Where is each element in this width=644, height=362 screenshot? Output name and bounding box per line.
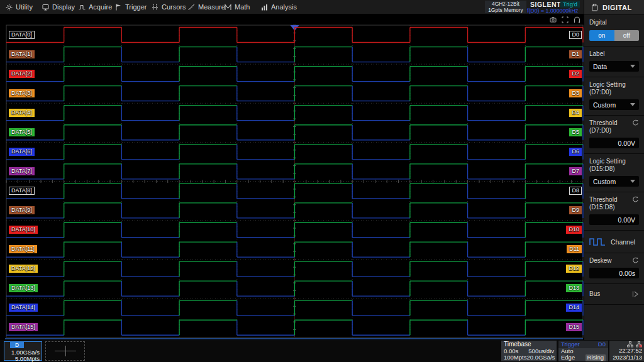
menu-measure[interactable]: Measure — [182, 0, 219, 14]
channel-label-left-D0[interactable]: DATA[0] — [9, 31, 35, 39]
fullscreen-icon[interactable] — [562, 16, 569, 23]
threshold-d15d8-field[interactable]: 0.00V — [589, 214, 639, 225]
menu-bar: Utility Display Acquire Trigger Cursors … — [0, 0, 584, 14]
timebase-descriptor[interactable]: Timebase 0.00s500us/div 100Mpts20.0GSa/s — [501, 341, 557, 361]
digital-label: Digital — [589, 19, 639, 26]
add-channel-button[interactable] — [45, 341, 85, 361]
section-label: Label Data — [584, 47, 644, 77]
d-channel-tab[interactable]: D — [10, 342, 24, 348]
toggle-off[interactable]: off — [614, 30, 640, 41]
deskew-field[interactable]: 0.00s — [589, 268, 639, 278]
logic-d7d0-dropdown[interactable]: Custom — [589, 99, 639, 110]
threshold-d7d0-field[interactable]: 0.00V — [589, 138, 639, 148]
channel-label-right-D7[interactable]: D7 — [569, 167, 582, 175]
analysis-icon — [261, 4, 268, 11]
display-icon — [42, 4, 49, 11]
trace-D0 — [6, 28, 583, 43]
channel-label-right-D14[interactable]: D14 — [566, 304, 582, 312]
digital-on-off-toggle: on off — [589, 30, 639, 41]
channel-label-right-D3[interactable]: D3 — [569, 89, 582, 97]
menu-label: Trigger — [125, 3, 147, 11]
channel-label-left-D2[interactable]: DATA[2] — [9, 70, 35, 78]
gear-icon — [6, 4, 13, 11]
logic-d15d8-dropdown[interactable]: Custom — [589, 176, 639, 187]
channel-label-left-D14[interactable]: DATA[14] — [9, 304, 38, 312]
logic-d15d8-value: Custom — [593, 178, 616, 185]
camera-icon[interactable] — [550, 16, 557, 23]
section-bus[interactable]: Bus — [584, 284, 644, 305]
channel-label-left-D13[interactable]: DATA[13] — [9, 284, 38, 292]
channel-label-right-D4[interactable]: D4 — [569, 109, 582, 117]
timebase-rate: 20.0GSa/s — [526, 354, 555, 361]
digital-channel-descriptor[interactable]: D 1.00GSa/s 5.00Mpts — [4, 341, 42, 361]
history-icon[interactable] — [574, 16, 580, 23]
trace-D13 — [6, 281, 583, 296]
menu-cursors[interactable]: Cursors — [146, 0, 182, 14]
channel-label-left-D9[interactable]: DATA[9] — [9, 206, 35, 214]
menu-display[interactable]: Display — [36, 0, 73, 14]
channel-label-left-D6[interactable]: DATA[6] — [9, 148, 35, 156]
trigger-type: Edge — [561, 354, 575, 361]
trigger-source: D0 — [598, 341, 606, 348]
channel-label-right-D13[interactable]: D13 — [566, 284, 582, 292]
channel-label-right-D0[interactable]: D0 — [569, 31, 582, 39]
channel-label-right-D11[interactable]: D11 — [567, 245, 582, 253]
channel-label-right-D15[interactable]: D15 — [566, 323, 582, 331]
chevron-down-icon — [630, 65, 635, 68]
channel-label-right-D10[interactable]: D10 — [566, 226, 582, 234]
channel-label-left-D7[interactable]: DATA[7] — [9, 167, 35, 175]
digital-pulse-icon — [589, 237, 606, 246]
measure-ruler-icon — [188, 4, 195, 11]
refresh-icon[interactable] — [632, 196, 639, 203]
menu-label: Display — [52, 3, 75, 11]
channel-label-left-D8[interactable]: DATA[8] — [9, 187, 35, 195]
channel-label-left-D4[interactable]: DATA[4] — [9, 109, 35, 117]
channel-label-right-D6[interactable]: D6 — [569, 148, 582, 156]
clock-time: 22:27:52 — [611, 348, 642, 354]
channel-label-left-D12[interactable]: DATA[12] — [9, 265, 38, 273]
plus-icon — [65, 346, 66, 356]
channel-label-right-D8[interactable]: D8 — [569, 187, 582, 195]
status-bar: D 1.00GSa/s 5.00Mpts Timebase 0.00s500us… — [0, 340, 644, 362]
trace-D7 — [6, 164, 583, 179]
trace-D3 — [6, 86, 583, 101]
channel-label-left-D10[interactable]: DATA[10] — [9, 226, 38, 234]
trigger-title: Trigger — [561, 341, 580, 348]
channel-label-right-D12[interactable]: D12 — [566, 265, 582, 273]
logic-d15d8-caption: Logic Setting (D15:D8) — [589, 158, 639, 173]
channel-label-left-D5[interactable]: DATA[5] — [9, 128, 35, 136]
panel-title: DIGITAL — [602, 4, 632, 11]
channel-caption: Channel — [611, 238, 635, 246]
trace-D8 — [6, 184, 583, 199]
channel-label-right-D1[interactable]: D1 — [569, 50, 582, 58]
menu-label: Analysis — [271, 3, 297, 11]
menu-math[interactable]: Math — [219, 0, 255, 14]
refresh-icon[interactable] — [632, 119, 639, 126]
toggle-on[interactable]: on — [589, 30, 614, 41]
logic-d7d0-value: Custom — [593, 101, 616, 109]
waveform-svg — [0, 14, 584, 340]
trigger-slope: Rising — [586, 354, 606, 361]
menu-acquire[interactable]: Acquire — [73, 0, 109, 14]
cursors-icon — [152, 4, 158, 11]
channel-label-left-D11[interactable]: DATA[11] — [9, 245, 37, 253]
channel-label-left-D3[interactable]: DATA[3] — [9, 89, 35, 97]
threshold-d15d8-caption: Threshold (D15:D8) — [589, 196, 617, 211]
menu-utility[interactable]: Utility — [0, 0, 36, 14]
channel-label-left-D1[interactable]: DATA[1] — [9, 50, 35, 58]
menu-trigger[interactable]: Trigger — [109, 0, 146, 14]
section-threshold-d15d8: Threshold (D15:D8) 0.00V — [584, 192, 644, 231]
channel-label-right-D5[interactable]: D5 — [569, 128, 582, 136]
label-dropdown[interactable]: Data — [589, 61, 639, 72]
channel-label-right-D9[interactable]: D9 — [569, 206, 582, 214]
channel-label-right-D2[interactable]: D2 — [569, 70, 582, 78]
menu-analysis[interactable]: Analysis — [255, 0, 292, 14]
deskew-caption: Deskew — [589, 257, 612, 265]
trigger-flag-icon — [115, 4, 122, 11]
channel-label-left-D15[interactable]: DATA[15] — [9, 323, 38, 331]
clock-date: 2023/11/13 — [611, 354, 642, 361]
trace-D1 — [6, 47, 583, 62]
refresh-icon[interactable] — [632, 257, 639, 264]
trigger-descriptor[interactable]: TriggerD0 Auto EdgeRising — [558, 341, 608, 361]
section-channel[interactable]: Channel — [584, 231, 644, 253]
